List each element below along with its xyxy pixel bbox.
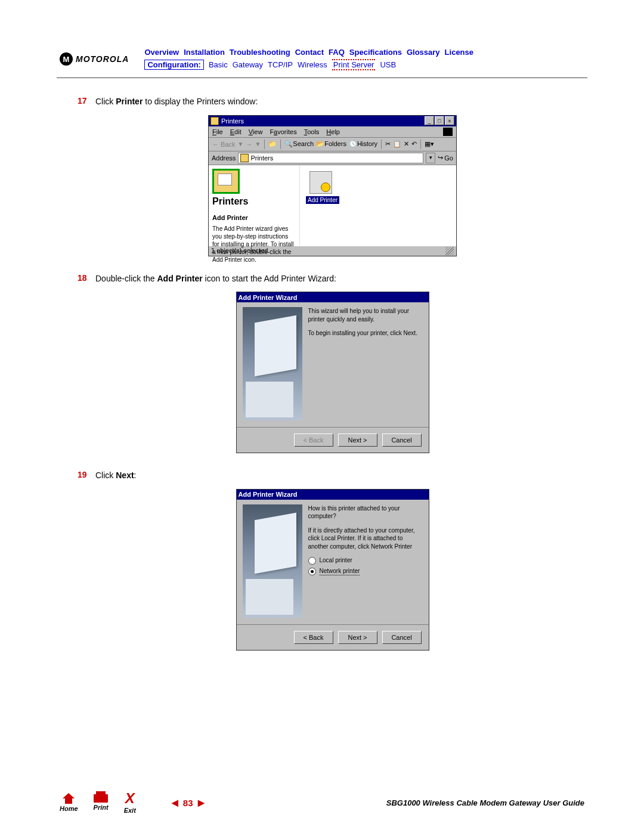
add-printer-wizard-2: Add Printer Wizard How is this printer a… bbox=[236, 489, 429, 651]
page-number: 83 bbox=[183, 798, 193, 808]
menubar: File Edit View Favorites Tools Help bbox=[209, 126, 456, 138]
file-pane: Add Printer bbox=[300, 165, 456, 246]
subnav-usb[interactable]: USB bbox=[380, 60, 396, 69]
wizard-titlebar: Add Printer Wizard bbox=[237, 292, 429, 302]
primary-nav: Overview Installation Troubleshooting Co… bbox=[144, 48, 584, 57]
menu-help[interactable]: Help bbox=[326, 128, 340, 135]
logo-text: MOTOROLA bbox=[76, 54, 129, 64]
nav-installation[interactable]: Installation bbox=[184, 48, 225, 57]
radio-icon bbox=[308, 568, 316, 575]
forward-button[interactable]: → bbox=[246, 141, 252, 148]
page-navigation: ◀ 83 ▶ bbox=[172, 798, 205, 808]
toolbar-delete-icon[interactable]: ✕ bbox=[404, 140, 409, 148]
search-button[interactable]: 🔍Search bbox=[284, 140, 314, 148]
step-number: 18 bbox=[78, 273, 95, 285]
forward-dropdown[interactable]: ▼ bbox=[255, 141, 261, 147]
up-button[interactable]: 📁 bbox=[268, 140, 277, 148]
next-button[interactable]: Next > bbox=[338, 631, 377, 644]
radio-icon bbox=[308, 557, 316, 565]
wizard-question: How is this printer attached to your com… bbox=[308, 504, 423, 521]
step-bold: Next bbox=[116, 470, 134, 480]
logo: M MOTOROLA bbox=[60, 48, 129, 66]
nav-contact[interactable]: Contact bbox=[295, 48, 324, 57]
nav-specifications[interactable]: Specifications bbox=[349, 48, 402, 57]
status-bar: 1 object(s) selected bbox=[209, 246, 456, 256]
address-label: Address bbox=[212, 154, 236, 162]
step-text: Click bbox=[95, 97, 116, 106]
step-text: Double-click the bbox=[95, 274, 157, 283]
history-button[interactable]: 🕓History bbox=[349, 140, 377, 148]
back-button[interactable]: < Back bbox=[294, 631, 333, 644]
home-label: Home bbox=[60, 805, 78, 812]
step-text: to display the Printers window: bbox=[143, 97, 258, 106]
info-panel: Printers Add Printer The Add Printer wiz… bbox=[209, 165, 300, 246]
subnav-basic[interactable]: Basic bbox=[209, 60, 228, 69]
toolbar-undo-icon[interactable]: ↶ bbox=[411, 140, 417, 148]
window-title: Printers bbox=[221, 117, 244, 125]
go-button[interactable]: ↪Go bbox=[438, 154, 453, 162]
nav-faq[interactable]: FAQ bbox=[329, 48, 345, 57]
add-printer-item[interactable]: Add Printer bbox=[306, 171, 450, 204]
maximize-button[interactable]: □ bbox=[435, 116, 444, 125]
page-footer: Home Print X Exit ◀ 83 ▶ SBG1000 Wireles… bbox=[0, 791, 644, 814]
wizard-graphic bbox=[243, 307, 302, 420]
printers-category-icon bbox=[212, 169, 240, 194]
back-dropdown[interactable]: ▼ bbox=[238, 141, 244, 147]
cancel-button[interactable]: Cancel bbox=[382, 433, 422, 447]
panel-subtitle: Add Printer bbox=[212, 214, 296, 221]
back-button[interactable]: < Back bbox=[294, 433, 333, 447]
resize-grip-icon[interactable] bbox=[445, 247, 454, 255]
network-printer-radio[interactable]: Network printer bbox=[308, 567, 423, 576]
address-dropdown[interactable]: ▼ bbox=[426, 153, 435, 163]
menu-file[interactable]: File bbox=[212, 128, 223, 135]
views-button[interactable]: ▦▾ bbox=[425, 140, 434, 148]
wizard-intro: This wizard will help you to install you… bbox=[308, 307, 423, 323]
step-text: Click bbox=[95, 470, 116, 480]
close-button[interactable]: × bbox=[445, 116, 454, 125]
toolbar-extra-icon[interactable]: ✂ bbox=[385, 140, 391, 148]
printers-folder-icon bbox=[210, 117, 219, 125]
subnav-tcpip[interactable]: TCP/IP bbox=[268, 60, 293, 69]
next-page-button[interactable]: ▶ bbox=[198, 798, 205, 807]
step-bold: Printer bbox=[116, 97, 143, 106]
add-printer-wizard-1: Add Printer Wizard This wizard will help… bbox=[236, 292, 429, 453]
subnav-wireless[interactable]: Wireless bbox=[298, 60, 327, 69]
exit-button[interactable]: X Exit bbox=[124, 791, 136, 814]
menu-edit[interactable]: Edit bbox=[230, 128, 242, 135]
local-printer-radio[interactable]: Local printer bbox=[308, 556, 423, 565]
prev-page-button[interactable]: ◀ bbox=[172, 798, 178, 807]
menu-tools[interactable]: Tools bbox=[304, 128, 320, 135]
menu-favorites[interactable]: Favorites bbox=[270, 128, 296, 135]
subnav-print-server[interactable]: Print Server bbox=[332, 59, 376, 70]
print-button[interactable]: Print bbox=[94, 794, 109, 811]
nav-license[interactable]: License bbox=[445, 48, 473, 57]
wizard-titlebar: Add Printer Wizard bbox=[237, 490, 429, 500]
status-text: 1 object(s) selected bbox=[211, 247, 268, 255]
nav-troubleshooting[interactable]: Troubleshooting bbox=[230, 48, 290, 57]
folders-button[interactable]: 📂Folders bbox=[316, 140, 346, 148]
panel-description: The Add Printer wizard gives you step-by… bbox=[212, 225, 296, 264]
minimize-button[interactable]: _ bbox=[425, 116, 434, 125]
nav-glossary[interactable]: Glossary bbox=[407, 48, 440, 57]
document-title: SBG1000 Wireless Cable Modem Gateway Use… bbox=[386, 798, 584, 807]
add-printer-label: Add Printer bbox=[306, 196, 339, 204]
step-number: 17 bbox=[78, 96, 95, 108]
folder-icon bbox=[240, 154, 249, 162]
toolbar-extra-icon[interactable]: 📋 bbox=[393, 140, 401, 148]
back-button[interactable]: ← Back bbox=[212, 141, 236, 148]
motorola-emblem-icon: M bbox=[60, 52, 73, 66]
wizard-title: Add Printer Wizard bbox=[239, 491, 298, 498]
menu-view[interactable]: View bbox=[249, 128, 263, 135]
address-field[interactable]: Printers bbox=[238, 153, 423, 163]
print-label: Print bbox=[94, 804, 109, 811]
printer-icon bbox=[94, 794, 108, 803]
printers-window: Printers _ □ × File Edit View Favorites … bbox=[208, 115, 457, 256]
subnav-gateway[interactable]: Gateway bbox=[233, 60, 263, 69]
wizard-graphic bbox=[243, 504, 302, 618]
nav-configuration[interactable]: Configuration: bbox=[144, 60, 204, 70]
next-button[interactable]: Next > bbox=[338, 433, 377, 447]
nav-overview[interactable]: Overview bbox=[144, 48, 179, 57]
home-button[interactable]: Home bbox=[60, 793, 78, 812]
cancel-button[interactable]: Cancel bbox=[382, 631, 422, 644]
wizard-title: Add Printer Wizard bbox=[239, 294, 298, 301]
